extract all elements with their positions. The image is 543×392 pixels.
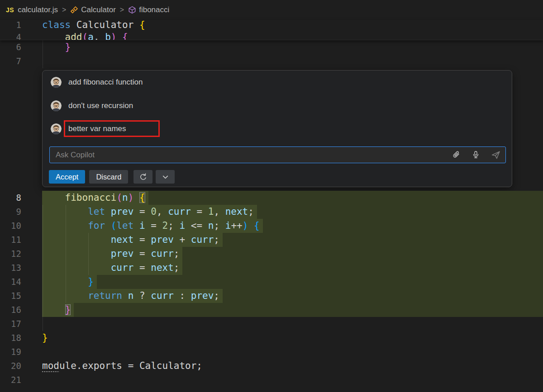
code-line-content[interactable] — [42, 54, 543, 68]
code-token: = — [133, 206, 151, 217]
code-line-content[interactable]: module.exports = Calculator; — [42, 359, 543, 373]
code-token — [105, 206, 111, 217]
code-token: ; — [174, 248, 180, 259]
javascript-file-icon: JS — [6, 6, 14, 14]
breadcrumb-item-member[interactable]: fibonacci — [128, 5, 169, 14]
code-line-content[interactable]: } — [42, 303, 543, 317]
code-line-content[interactable]: prev = curr; — [42, 247, 543, 261]
attach-paperclip-icon[interactable] — [452, 151, 461, 159]
chat-history-item[interactable]: don't use recursion — [51, 99, 133, 112]
microphone-icon[interactable] — [472, 151, 480, 159]
code-token: ; — [174, 262, 180, 273]
code-token: <= — [185, 220, 208, 231]
line-number: 6 — [0, 40, 27, 54]
symbol-method-icon — [128, 6, 136, 14]
code-token: i — [139, 220, 145, 231]
code-token: a — [88, 32, 94, 40]
code-text: } — [42, 303, 74, 317]
code-token: ; — [214, 234, 219, 245]
code-token: ule.exports = Calculator; — [59, 360, 202, 371]
code-line-content[interactable]: next = prev + curr; — [42, 233, 543, 247]
inline-chat-zone: add fibonacci function don't use recursi… — [0, 68, 543, 191]
indent-guide — [43, 289, 43, 303]
code-line: 16 } — [0, 303, 543, 317]
code-line: 20module.exports = Calculator; — [0, 359, 543, 373]
indent-guide — [43, 205, 43, 219]
chat-input-row — [49, 146, 506, 163]
accept-button[interactable]: Accept — [49, 170, 85, 184]
code-line-content[interactable]: } — [42, 275, 543, 289]
code-line: 7 — [0, 54, 543, 68]
code-token: ( — [111, 220, 117, 231]
indent-guide — [88, 261, 89, 275]
code-text: class Calculator { — [42, 20, 145, 30]
code-line-content[interactable]: } — [42, 40, 543, 54]
indent-guide — [43, 40, 43, 54]
code-token — [42, 192, 65, 203]
sticky-scroll[interactable]: 1class Calculator {4 add(a, b) { — [0, 20, 543, 40]
code-token: , — [157, 206, 168, 217]
rerun-request-button[interactable] — [133, 170, 152, 184]
code-line-content[interactable]: fibonacci(n) { — [42, 191, 543, 205]
code-token: for — [88, 220, 105, 231]
code-line-content[interactable]: add(a, b) { — [42, 29, 543, 40]
breadcrumb: JS calculator.js > Calculator > fibonacc… — [0, 0, 543, 20]
code-line-content[interactable] — [42, 317, 543, 331]
line-number: 15 — [0, 289, 27, 303]
breadcrumb-item-class[interactable]: Calculator — [70, 5, 116, 14]
code-token: { — [139, 20, 145, 30]
code-text: } — [42, 275, 97, 289]
chat-input-icons — [452, 146, 500, 163]
chat-history-item[interactable]: add fibonacci function — [51, 76, 143, 89]
code-token: mod — [42, 360, 59, 371]
more-actions-dropdown[interactable] — [156, 170, 175, 184]
discard-button[interactable]: Discard — [89, 170, 128, 184]
code-line-content[interactable]: for (let i = 2; i <= n; i++) { — [42, 219, 543, 233]
indent-guide — [88, 247, 89, 261]
code-line-content[interactable] — [42, 345, 543, 359]
code-line-content[interactable]: let prev = 0, curr = 1, next; — [42, 205, 543, 219]
code-line-content[interactable]: class Calculator { — [42, 20, 543, 29]
code-line: 10 for (let i = 2; i <= n; i++) { — [0, 219, 543, 233]
code-token: 0 — [151, 206, 157, 217]
code-line-content[interactable]: return n ? curr : prev; — [42, 289, 543, 303]
code-token: next — [151, 262, 174, 273]
code-token — [133, 192, 139, 203]
indent-guide — [43, 261, 43, 275]
breadcrumb-item-file[interactable]: calculator.js — [18, 5, 58, 14]
code-line: 21 — [0, 373, 543, 387]
code-text: module.exports = Calculator; — [42, 359, 202, 373]
line-number: 13 — [0, 261, 27, 275]
code-token: + — [174, 234, 191, 245]
line-number: 11 — [0, 233, 27, 247]
chat-history-item[interactable]: better var names — [51, 123, 126, 135]
line-number: 21 — [0, 373, 27, 387]
code-line: 13 curr = next; — [0, 261, 543, 275]
code-token: curr — [151, 290, 174, 301]
code-token: let — [116, 220, 133, 231]
line-number: 7 — [0, 54, 27, 68]
chevron-right-icon: > — [120, 6, 124, 14]
code-token: n — [208, 220, 214, 231]
ask-copilot-input[interactable] — [49, 146, 506, 163]
indent-guide — [66, 205, 66, 219]
code-token: 1 — [208, 206, 214, 217]
code-text: add(a, b) { — [42, 29, 128, 40]
indent-guide — [66, 289, 66, 303]
code-token — [133, 220, 139, 231]
code-line-content[interactable]: curr = next; — [42, 261, 543, 275]
code-line-content[interactable]: } — [42, 331, 543, 345]
code-token: curr — [191, 234, 214, 245]
indent-guide — [43, 247, 43, 261]
send-icon[interactable] — [491, 150, 500, 160]
line-number: 4 — [0, 29, 27, 40]
code-token: return — [88, 290, 122, 301]
code-token: = — [145, 220, 162, 231]
code-line-content[interactable] — [42, 373, 543, 387]
code-token: ; — [248, 206, 254, 217]
inline-chat-actions: Accept Discard — [49, 170, 175, 184]
code-token: : — [174, 290, 191, 301]
code-token: ( — [116, 192, 122, 203]
line-number: 9 — [0, 205, 27, 219]
line-number: 14 — [0, 275, 27, 289]
